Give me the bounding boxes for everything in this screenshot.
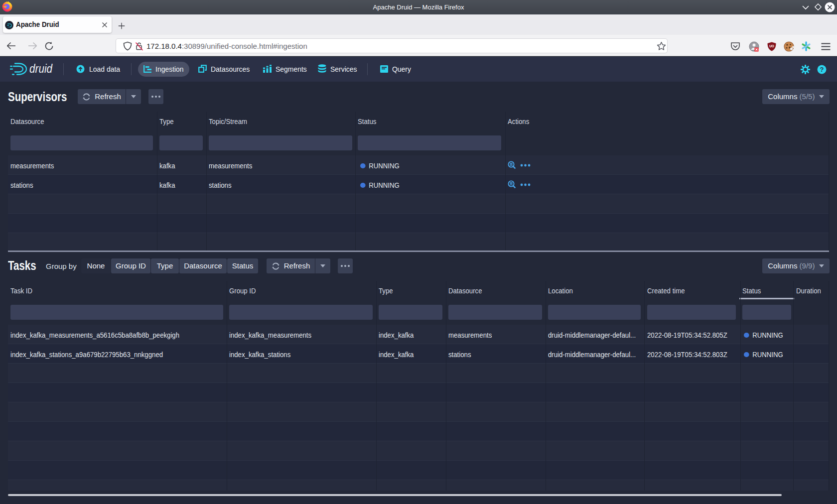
svg-text:?: ? bbox=[820, 66, 824, 73]
svg-text:UO: UO bbox=[769, 44, 774, 48]
